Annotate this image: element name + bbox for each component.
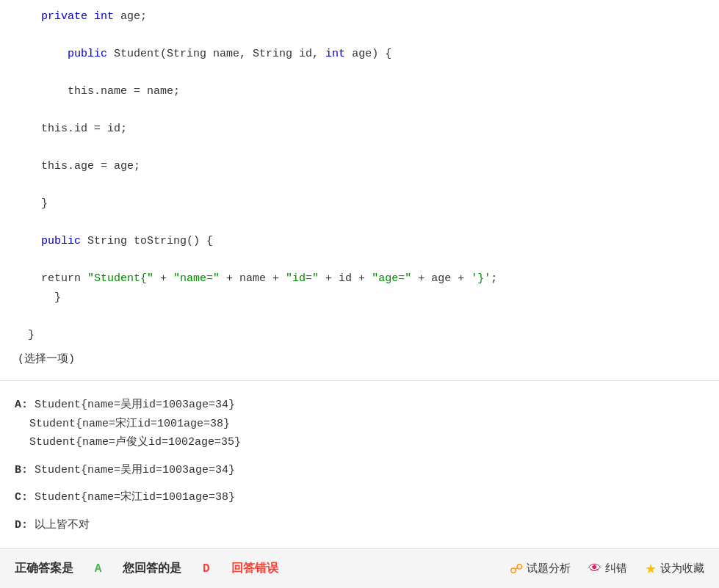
correct-prefix: 正确答案是 [15, 562, 73, 576]
option-a-text-2: Student{name=宋江id=1001age=38} [29, 415, 704, 434]
correct-letter: A [95, 562, 102, 576]
option-b[interactable]: B: Student{name=吴用id=1003age=34} [15, 461, 704, 480]
code-line-5: this.name = name; [68, 85, 180, 98]
code-line-13: public String toString() { [41, 235, 213, 247]
footer-actions: ☍ 试题分析 👁 纠错 ★ 设为收藏 [510, 561, 704, 577]
user-prefix: 您回答的是 [123, 562, 181, 576]
option-c[interactable]: C: Student{name=宋江id=1001age=38} [15, 488, 704, 507]
analysis-label: 试题分析 [527, 562, 571, 576]
option-a-text-1: Student{name=吴用id=1003age=34} [35, 399, 235, 411]
option-c-text: Student{name=宋江id=1001age=38} [35, 491, 235, 504]
code-line-18: } [28, 329, 35, 341]
user-letter: D [203, 562, 210, 576]
select-prompt: (选择一项) [15, 352, 704, 366]
code-line-1: private int age; [15, 10, 147, 23]
option-d-label: D: [15, 519, 28, 531]
main-container: private int age; public Student(String n… [0, 0, 719, 588]
option-a-text-3: Student{name=卢俊义id=1002age=35} [29, 433, 704, 452]
code-block: private int age; public Student(String n… [15, 7, 704, 344]
collect-label: 设为收藏 [660, 562, 704, 576]
wrong-text: 回答错误 [231, 562, 278, 576]
option-a[interactable]: A: Student{name=吴用id=1003age=34} Student… [15, 396, 704, 452]
error-button[interactable]: 👁 纠错 [588, 561, 627, 576]
collect-button[interactable]: ★ 设为收藏 [645, 561, 704, 577]
footer-bar: 正确答案是 A 您回答的是 D 回答错误 ☍ 试题分析 👁 纠错 ★ 设为收藏 [0, 548, 719, 588]
code-line-11: } [41, 197, 48, 210]
code-line-15: return "Student{" + "name=" + name + "id… [41, 272, 497, 285]
code-line-9: this.age = age; [41, 160, 140, 173]
footer-result: 正确答案是 A 您回答的是 D 回答错误 [15, 561, 510, 576]
code-line-7: this.id = id; [41, 123, 127, 135]
error-icon: 👁 [588, 561, 601, 576]
option-d[interactable]: D: 以上皆不对 [15, 516, 704, 535]
code-line-3: public Student(String name, String id, i… [41, 48, 391, 60]
option-a-label: A: [15, 399, 28, 411]
option-b-text: Student{name=吴用id=1003age=34} [35, 464, 235, 476]
collect-icon: ★ [645, 561, 657, 577]
analysis-button[interactable]: ☍ 试题分析 [510, 561, 571, 577]
analysis-icon: ☍ [510, 561, 523, 577]
option-d-text: 以上皆不对 [35, 519, 90, 531]
option-c-label: C: [15, 491, 28, 504]
code-line-16: } [54, 291, 61, 304]
options-section: A: Student{name=吴用id=1003age=34} Student… [0, 381, 719, 551]
option-b-label: B: [15, 464, 28, 476]
error-label: 纠错 [605, 562, 627, 576]
code-section: private int age; public Student(String n… [0, 0, 719, 381]
